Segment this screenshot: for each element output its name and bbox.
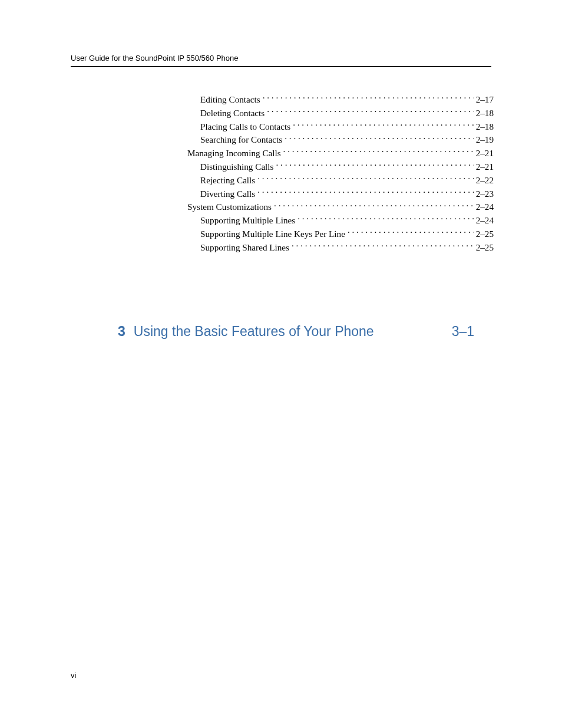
toc-block: Editing Contacts2–17Deleting Contacts2–1…	[187, 93, 494, 255]
toc-entry-title: Searching for Contacts	[200, 133, 282, 147]
toc-entry[interactable]: Rejecting Calls2–22	[187, 174, 494, 187]
toc-entry-page: 2–19	[476, 133, 494, 147]
toc-entry[interactable]: Supporting Multiple Line Keys Per Line2–…	[187, 228, 494, 241]
toc-entry[interactable]: Placing Calls to Contacts2–18	[187, 120, 494, 134]
chapter-number: 3	[118, 324, 125, 340]
leader-dots	[292, 242, 474, 251]
toc-entry[interactable]: Searching for Contacts2–19	[187, 133, 494, 147]
toc-entry-page: 2–22	[476, 174, 494, 187]
toc-entry-title: Placing Calls to Contacts	[200, 120, 290, 134]
page: User Guide for the SoundPoint IP 550/560…	[0, 0, 562, 728]
chapter-page: 3–1	[381, 270, 562, 728]
leader-dots	[263, 94, 474, 103]
leader-dots	[348, 228, 474, 237]
toc-entry[interactable]: Editing Contacts2–17	[187, 93, 494, 107]
leader-dots	[285, 134, 473, 143]
leader-dots	[267, 107, 473, 116]
leader-dots	[293, 120, 473, 129]
leader-dots	[297, 215, 473, 223]
chapter-heading[interactable]: 3Using the Basic Features of Your Phone3…	[118, 270, 495, 728]
toc-entry[interactable]: Managing Incoming Calls2–21	[187, 147, 494, 160]
toc-entry-title: Supporting Multiple Line Keys Per Line	[200, 228, 345, 241]
toc-entry[interactable]: Supporting Multiple Lines2–24	[187, 214, 494, 228]
toc-entry-page: 2–21	[476, 160, 494, 174]
leader-dots	[257, 174, 473, 183]
toc-entry-title: Managing Incoming Calls	[187, 147, 281, 160]
toc-content: Editing Contacts2–17Deleting Contacts2–1…	[71, 93, 491, 728]
header-rule	[71, 66, 491, 67]
leader-dots	[283, 147, 474, 156]
toc-entry-title: Rejecting Calls	[200, 174, 255, 187]
leader-dots	[257, 187, 473, 196]
toc-entry-page: 2–24	[476, 200, 494, 214]
toc-entry-title: Supporting Multiple Lines	[200, 214, 295, 228]
chapter-title: Using the Basic Features of Your Phone	[134, 324, 374, 340]
toc-entry-title: Editing Contacts	[200, 93, 260, 107]
toc-entry-title: Supporting Shared Lines	[200, 241, 289, 255]
page-number: vi	[71, 671, 76, 680]
toc-entry[interactable]: Supporting Shared Lines2–25	[187, 241, 494, 255]
toc-entry-page: 2–25	[476, 241, 494, 255]
toc-entry-page: 2–18	[476, 107, 494, 120]
toc-entry[interactable]: Diverting Calls2–23	[187, 187, 494, 201]
toc-entry[interactable]: Distinguishing Calls2–21	[187, 160, 494, 174]
toc-entry[interactable]: System Customizations2–24	[187, 200, 494, 214]
leader-dots	[274, 201, 474, 210]
toc-entry-title: System Customizations	[187, 200, 272, 214]
toc-entry[interactable]: Deleting Contacts2–18	[187, 107, 494, 120]
toc-entry-page: 2–18	[476, 120, 494, 134]
toc-entry-title: Distinguishing Calls	[200, 160, 273, 174]
leader-dots	[276, 161, 473, 170]
toc-entry-title: Diverting Calls	[200, 187, 255, 201]
toc-entry-page: 2–23	[476, 187, 494, 201]
toc-entry-page: 2–21	[476, 147, 494, 160]
toc-entry-page: 2–17	[476, 93, 494, 107]
running-head: User Guide for the SoundPoint IP 550/560…	[71, 54, 491, 62]
toc-entry-page: 2–24	[476, 214, 494, 228]
toc-entry-page: 2–25	[476, 228, 494, 241]
toc-entry-title: Deleting Contacts	[200, 107, 265, 120]
